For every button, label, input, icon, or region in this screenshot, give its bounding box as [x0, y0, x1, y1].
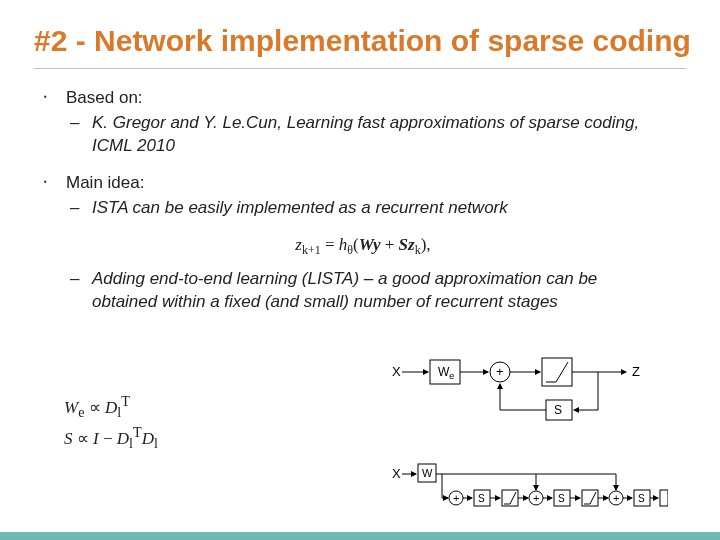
svg-text:S: S	[558, 493, 565, 504]
bullet-main-idea: Main idea: ISTA can be easily implemente…	[44, 172, 660, 314]
bullet-based-on: Based on: K. Gregor and Y. Le.Cun, Learn…	[44, 87, 660, 158]
diag-x-top: X	[392, 364, 401, 379]
svg-text:S: S	[478, 493, 485, 504]
main-idea-label: Main idea:	[66, 173, 144, 192]
title-rule	[34, 68, 686, 69]
bottom-accent-bar	[0, 532, 720, 540]
ista-equation: zk+1 = hθ(Wy + Szk),	[66, 234, 660, 259]
svg-rect-43	[660, 490, 668, 506]
network-diagram: X We + Z S X W + S + S + S	[388, 352, 668, 516]
diag-w-box: W	[422, 467, 433, 479]
based-on-label: Based on:	[66, 88, 143, 107]
svg-text:+: +	[533, 492, 539, 504]
diag-z: Z	[632, 364, 640, 379]
svg-text:S: S	[638, 493, 645, 504]
slide-title: #2 - Network implementation of sparse co…	[0, 0, 720, 62]
main-idea-p1: ISTA can be easily implemented as a recu…	[66, 197, 660, 220]
diag-s-box: S	[554, 403, 562, 417]
diag-x-bottom: X	[392, 466, 401, 481]
main-idea-p2: Adding end-to-end learning (LISTA) – a g…	[66, 268, 660, 314]
svg-text:+: +	[453, 492, 459, 504]
svg-text:+: +	[613, 492, 619, 504]
side-equations: We ∝ DlT S ∝ I − DlTDl	[64, 392, 158, 454]
based-on-ref: K. Gregor and Y. Le.Cun, Learning fast a…	[66, 112, 660, 158]
diag-we-box: We	[438, 365, 454, 381]
bullet-list: Based on: K. Gregor and Y. Le.Cun, Learn…	[0, 87, 720, 314]
diag-plus-top: +	[496, 364, 504, 379]
